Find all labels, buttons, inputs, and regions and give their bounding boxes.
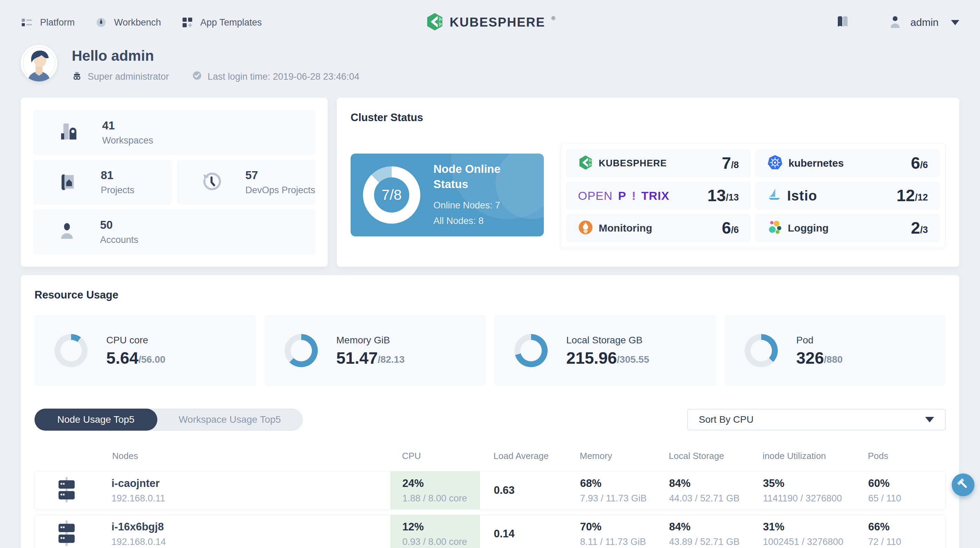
service-openpitrix: OPENP!TRIX 13 /13 [566, 182, 751, 210]
devops-count: 57 [245, 169, 315, 182]
tab-node-usage-top5[interactable]: Node Usage Top5 [35, 409, 158, 431]
devops-projects-tile[interactable]: 57 DevOps Projects [177, 160, 315, 205]
cpu-percent: 12% [402, 521, 480, 533]
node-ip: 192.168.0.14 [111, 537, 166, 547]
istio-icon [767, 188, 781, 204]
col-inode-utilization: inode Utilization [749, 451, 854, 461]
welcome-banner: Hello admin Super administrator Last log… [0, 45, 980, 83]
node-online-status-panel: 7/8 Node Online Status Online Nodes: 7 A… [351, 154, 544, 236]
workspaces-icon [57, 121, 79, 144]
memory-cell: 68% 7.93 / 11.73 GiB [566, 472, 655, 509]
accounts-tile[interactable]: 50 Accounts [33, 209, 315, 254]
col-load-average: Load Average [480, 451, 566, 461]
inode-detail: 1141190 / 3276800 [763, 493, 854, 504]
openpitrix-logo: OPENP!TRIX [578, 189, 670, 202]
metric-memory: Memory GiB 51.47 /82.13 [265, 315, 486, 386]
metric-cpu: CPU core 5.64 /56.00 [35, 315, 256, 386]
pods-percent: 60% [868, 477, 945, 490]
logo-text: KUBESPHERE [450, 15, 545, 30]
memory-detail: 7.93 / 11.73 GiB [580, 493, 655, 504]
logging-icon [767, 220, 782, 236]
service-count: 6 [911, 155, 920, 172]
usage-tabs: Node Usage Top5 Workspace Usage Top5 [35, 409, 302, 431]
page-title: Hello admin [72, 48, 359, 64]
clock-check-icon [192, 70, 202, 83]
toolbox-fab-button[interactable] [952, 473, 974, 496]
all-nodes-label: All Nodes: 8 [433, 213, 523, 229]
devops-label: DevOps Projects [245, 185, 315, 196]
kubesphere-logo[interactable]: KUBESPHERE ® [425, 13, 555, 32]
storage-percent: 84% [669, 521, 749, 533]
node-ip: 192.168.0.11 [111, 493, 165, 504]
service-denom: /12 [915, 192, 928, 204]
load-average-value: 0.63 [480, 472, 566, 509]
col-pods: Pods [854, 451, 945, 461]
workspaces-tile[interactable]: 41 Workspaces [33, 110, 315, 155]
storage-detail: 43.89 / 52.71 GB [669, 537, 749, 547]
local-storage-cell: 84% 44.03 / 52.71 GB [655, 472, 749, 509]
metric-used: 326 [796, 350, 824, 366]
service-name: Monitoring [599, 222, 652, 234]
user-menu[interactable]: admin [889, 15, 959, 30]
service-count: 13 [707, 187, 726, 204]
online-nodes-label: Online Nodes: 7 [433, 198, 523, 213]
nav-item-app-templates[interactable]: App Templates [181, 16, 262, 29]
metric-used: 51.47 [336, 350, 378, 366]
dropdown-caret-icon [925, 417, 934, 422]
service-denom: /8 [731, 160, 739, 172]
metric-denom: /305.55 [617, 354, 649, 366]
cpu-cell: 24% 1.88 / 8.00 core [390, 472, 480, 509]
nav-item-platform[interactable]: Platform [21, 16, 75, 29]
inode-percent: 31% [763, 521, 854, 533]
service-monitoring: Monitoring 6 /6 [566, 214, 751, 242]
top-nav: Platform Workbench App Templates KUBESPH… [0, 0, 980, 45]
sort-by-dropdown[interactable]: Sort By CPU [687, 409, 945, 430]
service-denom: /6 [920, 160, 928, 172]
accounts-count: 50 [100, 218, 138, 231]
nav-item-label: App Templates [200, 17, 262, 28]
docs-book-icon[interactable] [835, 15, 850, 30]
table-row[interactable]: i-16x6bgj8 192.168.0.14 12% 0.93 / 8.00 … [35, 515, 945, 548]
metric-used: 215.96 [566, 350, 617, 366]
projects-tile[interactable]: 81 Projects [33, 160, 172, 205]
service-kubernetes: kubernetes 6 /6 [756, 149, 940, 177]
service-denom: /13 [726, 192, 739, 204]
node-name: i-16x6bgj8 [111, 521, 166, 533]
col-memory: Memory [566, 451, 655, 461]
workspaces-label: Workspaces [102, 135, 153, 146]
memory-percent: 68% [580, 477, 655, 490]
platform-icon [21, 16, 33, 29]
inode-cell: 35% 1141190 / 3276800 [749, 472, 854, 509]
service-istio: Istio 12 /12 [756, 182, 940, 210]
pods-detail: 72 / 110 [868, 537, 945, 547]
metric-label: Local Storage GB [566, 335, 649, 346]
load-average-value: 0.14 [480, 515, 566, 548]
role-label: Super administrator [88, 72, 169, 82]
avatar [21, 45, 57, 81]
metric-denom: /82.13 [378, 354, 405, 366]
service-count: 12 [896, 187, 915, 204]
service-logging: Logging 2 /3 [756, 214, 940, 242]
metric-denom: /880 [824, 354, 843, 366]
local-storage-cell: 84% 43.89 / 52.71 GB [655, 515, 749, 548]
cpu-detail: 0.93 / 8.00 core [402, 537, 480, 547]
table-row[interactable]: i-caojnter 192.168.0.11 24% 1.88 / 8.00 … [35, 471, 945, 510]
nav-item-label: Workbench [114, 17, 161, 28]
projects-count: 81 [101, 169, 135, 182]
pod-donut [745, 334, 778, 367]
pods-percent: 66% [868, 521, 945, 533]
service-denom: /3 [920, 225, 928, 236]
metric-label: Pod [796, 335, 843, 346]
workspaces-count: 41 [102, 119, 153, 132]
logo-registered-mark: ® [551, 15, 555, 21]
metric-label: Memory GiB [336, 335, 405, 346]
table-header: Nodes CPU Load Average Memory Local Stor… [35, 443, 945, 471]
accounts-label: Accounts [100, 235, 138, 245]
projects-label: Projects [101, 185, 135, 196]
node-online-title: Node Online Status [433, 161, 523, 192]
user-role: Super administrator [72, 70, 169, 83]
tab-workspace-usage-top5[interactable]: Workspace Usage Top5 [158, 414, 302, 425]
node-online-ratio: 7/8 [382, 187, 402, 203]
nav-item-workbench[interactable]: Workbench [95, 16, 161, 29]
service-name: Logging [788, 222, 829, 234]
